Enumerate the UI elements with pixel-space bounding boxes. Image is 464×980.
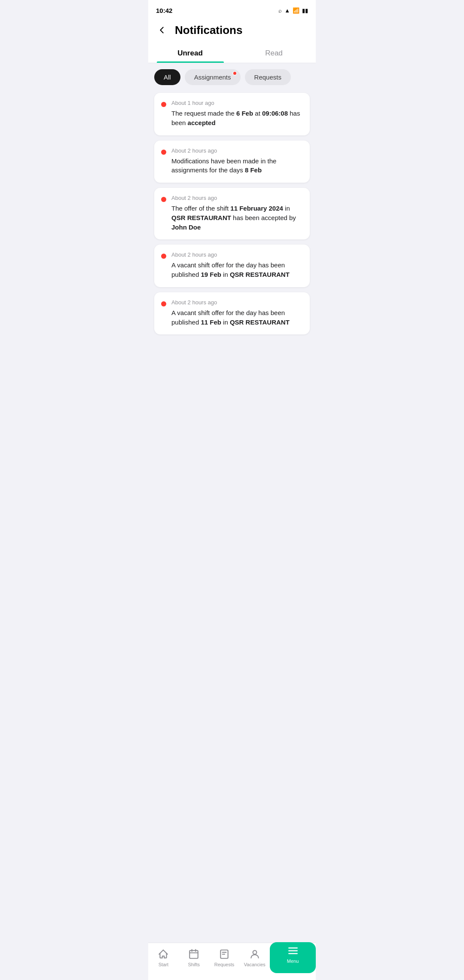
signal-icon: ▲ [284, 7, 290, 14]
card-time: About 2 hours ago [171, 195, 303, 201]
status-icons: ⌕ ▲ 📶 ▮▮ [278, 7, 308, 14]
page-title: Notifications [175, 24, 242, 37]
card-text: The request made the 6 Feb at 09:06:08 h… [171, 109, 303, 128]
battery-icon: ▮▮ [302, 7, 308, 14]
unread-dot [161, 150, 166, 155]
card-content: About 2 hours ago A vacant shift offer f… [171, 299, 303, 327]
location-icon: ⌕ [278, 7, 282, 14]
card-content: About 2 hours ago Modifications have bee… [171, 147, 303, 175]
card-content: About 2 hours ago A vacant shift offer f… [171, 251, 303, 279]
notification-item-4[interactable]: About 2 hours ago A vacant shift offer f… [154, 245, 310, 287]
status-bar: 10:42 ⌕ ▲ 📶 ▮▮ [148, 0, 316, 19]
card-content: About 2 hours ago The offer of the shift… [171, 195, 303, 232]
tab-unread[interactable]: Unread [148, 43, 232, 63]
back-button[interactable] [155, 23, 169, 37]
card-time: About 2 hours ago [171, 251, 303, 258]
filter-requests[interactable]: Requests [245, 69, 291, 85]
card-text: The offer of the shift 11 February 2024 … [171, 204, 303, 232]
tabs-container: Unread Read [148, 43, 316, 63]
header: Notifications [148, 19, 316, 43]
filter-all[interactable]: All [154, 69, 180, 85]
notification-item-5[interactable]: About 2 hours ago A vacant shift offer f… [154, 292, 310, 335]
status-time: 10:42 [156, 7, 172, 14]
card-text: Modifications have been made in the assi… [171, 156, 303, 175]
card-text: A vacant shift offer for the day has bee… [171, 308, 303, 327]
notification-item-2[interactable]: About 2 hours ago Modifications have bee… [154, 141, 310, 183]
unread-dot [161, 102, 166, 107]
filter-row: All Assignments Requests [148, 63, 316, 89]
card-time: About 2 hours ago [171, 147, 303, 154]
card-time: About 1 hour ago [171, 100, 303, 106]
card-content: About 1 hour ago The request made the 6 … [171, 100, 303, 128]
tab-read[interactable]: Read [232, 43, 316, 63]
assignments-badge [232, 71, 237, 76]
unread-dot [161, 301, 166, 306]
unread-dot [161, 254, 166, 259]
filter-assignments[interactable]: Assignments [185, 69, 241, 85]
unread-dot [161, 197, 166, 202]
notification-item-1[interactable]: About 1 hour ago The request made the 6 … [154, 93, 310, 135]
card-text: A vacant shift offer for the day has bee… [171, 260, 303, 279]
card-time: About 2 hours ago [171, 299, 303, 306]
wifi-icon: 📶 [293, 7, 299, 14]
notification-item-3[interactable]: About 2 hours ago The offer of the shift… [154, 188, 310, 239]
notifications-list: About 1 hour ago The request made the 6 … [148, 89, 316, 338]
